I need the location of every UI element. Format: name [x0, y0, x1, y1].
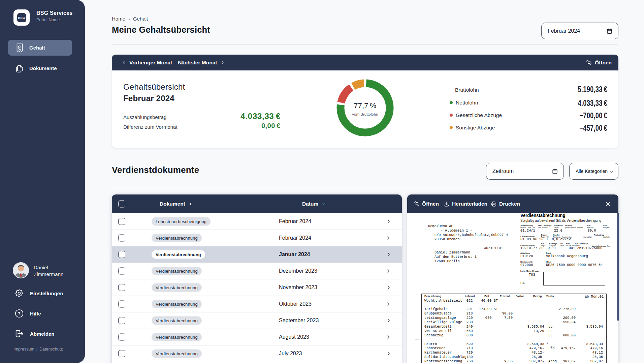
svg-text:?: ? [18, 311, 21, 316]
